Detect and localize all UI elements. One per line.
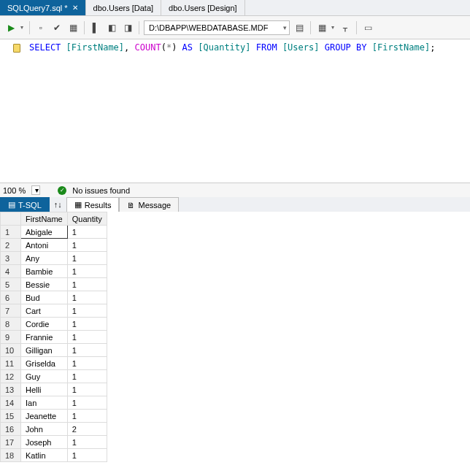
cell-firstname[interactable]: John: [21, 423, 68, 436]
row-number[interactable]: 8: [1, 318, 21, 331]
table-row[interactable]: 14Ian1: [1, 396, 107, 410]
table-row[interactable]: 8Cordie1: [1, 318, 107, 331]
cell-firstname[interactable]: Gilligan: [21, 344, 68, 357]
table-row[interactable]: 9Frannie1: [1, 331, 107, 344]
table-row[interactable]: 7Cart1: [1, 304, 107, 318]
tab-message[interactable]: 🗎 Message: [119, 197, 179, 212]
checkmark-icon[interactable]: ✔: [50, 21, 63, 34]
cell-firstname[interactable]: Bessie: [21, 278, 68, 291]
cell-quantity[interactable]: 1: [67, 304, 107, 318]
tab-tsql[interactable]: ▤ T-SQL: [0, 197, 50, 212]
tab-results[interactable]: ▦ Results: [66, 197, 120, 212]
row-number[interactable]: 7: [1, 304, 21, 318]
table-row[interactable]: 16John2: [1, 423, 107, 436]
cell-firstname[interactable]: Bud: [21, 291, 68, 304]
table-row[interactable]: 2Antoni1: [1, 239, 107, 252]
toolbar-separator: [29, 21, 30, 34]
row-number[interactable]: 16: [1, 423, 21, 436]
table-row[interactable]: 18Katlin1: [1, 449, 107, 462]
uncomment-right-icon[interactable]: ◨: [121, 21, 134, 34]
row-number[interactable]: 13: [1, 383, 21, 396]
cell-firstname[interactable]: Cordie: [21, 318, 68, 331]
tab-sqlquery7[interactable]: SQLQuery7.sql * ✕: [0, 0, 86, 15]
table-row[interactable]: 15Jeanette1: [1, 410, 107, 423]
table-row[interactable]: 11Griselda1: [1, 357, 107, 370]
table-row[interactable]: 10Gilligan1: [1, 344, 107, 357]
uncomment-left-icon[interactable]: ◧: [105, 21, 118, 34]
row-number[interactable]: 14: [1, 396, 21, 410]
cell-firstname[interactable]: Helli: [21, 383, 68, 396]
execute-icon[interactable]: ▶: [4, 21, 18, 34]
results-grid[interactable]: FirstName Quantity 1Abigale12Antoni13Any…: [0, 212, 107, 462]
cell-quantity[interactable]: 2: [67, 423, 107, 436]
row-number[interactable]: 4: [1, 265, 21, 278]
table-row[interactable]: 17Joseph1: [1, 436, 107, 449]
table-row[interactable]: 12Guy1: [1, 370, 107, 383]
cell-firstname[interactable]: Griselda: [21, 357, 68, 370]
row-number[interactable]: 5: [1, 278, 21, 291]
sql-editor[interactable]: SELECT [FirstName], COUNT(*) AS [Quantit…: [25, 39, 470, 183]
cell-quantity[interactable]: 1: [67, 396, 107, 410]
database-selector[interactable]: D:\DBAPP\WEBDATABASE.MDF ▾: [144, 20, 290, 35]
cell-quantity[interactable]: 1: [67, 265, 107, 278]
tab-users-data[interactable]: dbo.Users [Data]: [86, 0, 162, 15]
table-row[interactable]: 4Bambie1: [1, 265, 107, 278]
results-dropdown-icon[interactable]: ▾: [331, 24, 336, 31]
cell-quantity[interactable]: 1: [67, 331, 107, 344]
cell-quantity[interactable]: 1: [67, 383, 107, 396]
cell-firstname[interactable]: Guy: [21, 370, 68, 383]
table-row[interactable]: 1Abigale1: [1, 226, 107, 239]
table-row[interactable]: 13Helli1: [1, 383, 107, 396]
cell-quantity[interactable]: 1: [67, 357, 107, 370]
cell-quantity[interactable]: 1: [67, 252, 107, 265]
row-number[interactable]: 10: [1, 344, 21, 357]
execute-dropdown-icon[interactable]: ▾: [20, 24, 25, 31]
actual-plan-icon[interactable]: ᚁ: [339, 21, 352, 34]
cell-firstname[interactable]: Ian: [21, 396, 68, 410]
row-number[interactable]: 3: [1, 252, 21, 265]
stop-icon[interactable]: ▫: [34, 21, 47, 34]
comment-icon[interactable]: ▌: [89, 21, 102, 34]
cell-firstname[interactable]: Antoni: [21, 239, 68, 252]
row-number[interactable]: 11: [1, 357, 21, 370]
row-number[interactable]: 9: [1, 331, 21, 344]
row-number[interactable]: 17: [1, 436, 21, 449]
cell-firstname[interactable]: Any: [21, 252, 68, 265]
cell-quantity[interactable]: 1: [67, 226, 107, 239]
tab-users-design[interactable]: dbo.Users [Design]: [161, 0, 245, 15]
cell-firstname[interactable]: Bambie: [21, 265, 68, 278]
zoom-dropdown[interactable]: ▾: [31, 185, 40, 195]
cell-firstname[interactable]: Joseph: [21, 436, 68, 449]
row-number[interactable]: 1: [1, 226, 21, 239]
cell-firstname[interactable]: Jeanette: [21, 410, 68, 423]
cell-firstname[interactable]: Katlin: [21, 449, 68, 462]
table-row[interactable]: 3Any1: [1, 252, 107, 265]
column-header-quantity[interactable]: Quantity: [67, 212, 107, 226]
sqlcmd-icon[interactable]: ▭: [361, 21, 374, 34]
table-row[interactable]: 5Bessie1: [1, 278, 107, 291]
row-number[interactable]: 6: [1, 291, 21, 304]
grid-results-icon[interactable]: ▦: [315, 21, 328, 34]
cell-quantity[interactable]: 1: [67, 318, 107, 331]
cell-quantity[interactable]: 1: [67, 239, 107, 252]
cell-quantity[interactable]: 1: [67, 410, 107, 423]
estimated-plan-icon[interactable]: ▦: [66, 21, 80, 34]
row-number[interactable]: 15: [1, 410, 21, 423]
change-connection-icon[interactable]: ▤: [293, 21, 306, 34]
table-row[interactable]: 6Bud1: [1, 291, 107, 304]
cell-quantity[interactable]: 1: [67, 344, 107, 357]
row-number[interactable]: 18: [1, 449, 21, 462]
cell-quantity[interactable]: 1: [67, 449, 107, 462]
row-number[interactable]: 12: [1, 370, 21, 383]
cell-firstname[interactable]: Cart: [21, 304, 68, 318]
cell-quantity[interactable]: 1: [67, 278, 107, 291]
cell-quantity[interactable]: 1: [67, 370, 107, 383]
column-header-firstname[interactable]: FirstName: [21, 212, 68, 226]
cell-firstname[interactable]: Abigale: [21, 226, 68, 239]
cell-firstname[interactable]: Frannie: [21, 331, 68, 344]
cell-quantity[interactable]: 1: [67, 436, 107, 449]
close-icon[interactable]: ✕: [72, 4, 78, 12]
row-number[interactable]: 2: [1, 239, 21, 252]
sort-icon[interactable]: ↑↓: [50, 199, 66, 210]
cell-quantity[interactable]: 1: [67, 291, 107, 304]
